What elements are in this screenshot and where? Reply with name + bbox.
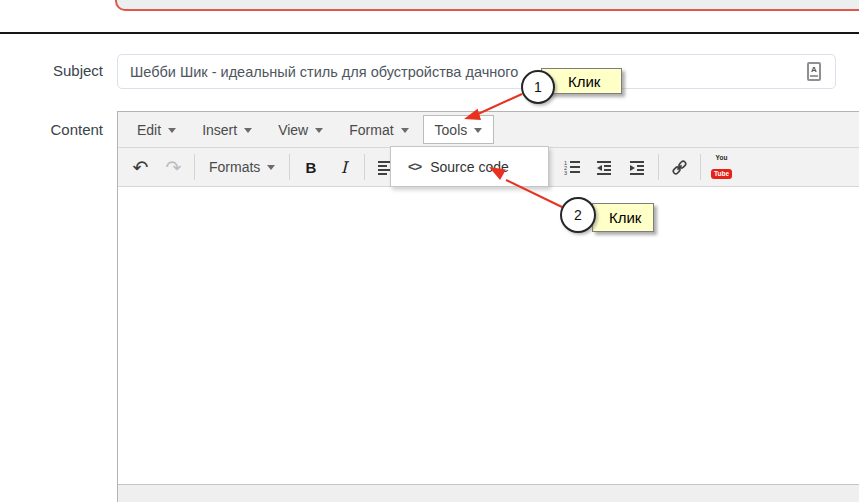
- editor-statusbar: [118, 484, 859, 502]
- tools-dropdown-menu: <> Source code: [390, 146, 549, 187]
- menu-view[interactable]: View: [266, 115, 335, 144]
- numbered-list-button[interactable]: 1 2 3: [555, 152, 588, 182]
- toolbar-left-group: ↶ ↷ Formats B I: [124, 148, 402, 186]
- toolbar-separator: [289, 154, 290, 180]
- menu-insert[interactable]: Insert: [190, 115, 264, 144]
- outdent-icon: [597, 160, 612, 175]
- outdent-button[interactable]: [588, 152, 621, 182]
- section-divider: [0, 32, 859, 34]
- link-button[interactable]: [663, 152, 696, 182]
- step-2-callout: Клик: [592, 203, 654, 232]
- svg-text:3: 3: [564, 170, 567, 175]
- bold-button[interactable]: B: [294, 152, 327, 182]
- menu-format-label: Format: [349, 122, 393, 138]
- toolbar-separator: [658, 154, 659, 180]
- link-icon: [671, 159, 688, 176]
- undo-button[interactable]: ↶: [124, 152, 157, 182]
- source-code-menu-item[interactable]: <> Source code: [391, 147, 548, 186]
- menu-edit[interactable]: Edit: [125, 115, 188, 144]
- formats-dropdown-button[interactable]: Formats: [199, 152, 285, 182]
- youtube-icon-bottom-text: Tube: [711, 169, 732, 179]
- chevron-down-icon: [267, 165, 275, 170]
- step-2-number-badge: 2: [560, 197, 596, 233]
- menu-tools-label: Tools: [435, 122, 468, 138]
- menu-insert-label: Insert: [202, 122, 237, 138]
- toolbar-separator: [364, 154, 365, 180]
- subject-label: Subject: [0, 62, 103, 79]
- menu-edit-label: Edit: [137, 122, 161, 138]
- menu-format[interactable]: Format: [337, 115, 420, 144]
- source-code-label: Source code: [430, 159, 509, 175]
- toolbar-right-group: 1 2 3: [555, 148, 738, 186]
- formats-label: Formats: [209, 159, 260, 175]
- menu-view-label: View: [278, 122, 308, 138]
- italic-button[interactable]: I: [327, 152, 360, 182]
- indent-button[interactable]: [621, 152, 654, 182]
- chevron-down-icon: [244, 128, 252, 133]
- redo-button[interactable]: ↷: [157, 152, 190, 182]
- editor-content-area[interactable]: [118, 187, 859, 484]
- subject-input[interactable]: [117, 54, 836, 89]
- toolbar-separator: [700, 154, 701, 180]
- page: Subject A Content Edit Insert View Forma…: [0, 0, 859, 502]
- chevron-down-icon: [401, 128, 409, 133]
- chevron-down-icon: [315, 128, 323, 133]
- menu-tools[interactable]: Tools: [423, 115, 495, 144]
- subject-field-wrapper: A: [117, 54, 836, 89]
- editor-menubar: Edit Insert View Format Tools: [118, 112, 859, 147]
- toolbar-separator: [194, 154, 195, 180]
- youtube-icon: You Tube: [711, 155, 732, 179]
- indent-icon: [630, 160, 645, 175]
- chevron-down-icon: [474, 128, 482, 133]
- step-1-number-badge: 1: [521, 70, 555, 104]
- chevron-down-icon: [168, 128, 176, 133]
- youtube-button[interactable]: You Tube: [705, 152, 738, 182]
- spellcheck-extension-icon[interactable]: A: [807, 62, 821, 81]
- numbered-list-icon: 1 2 3: [564, 160, 580, 175]
- youtube-icon-top-text: You: [711, 155, 732, 162]
- source-code-icon: <>: [408, 159, 421, 174]
- alert-banner: [115, 0, 859, 11]
- content-label: Content: [0, 121, 103, 138]
